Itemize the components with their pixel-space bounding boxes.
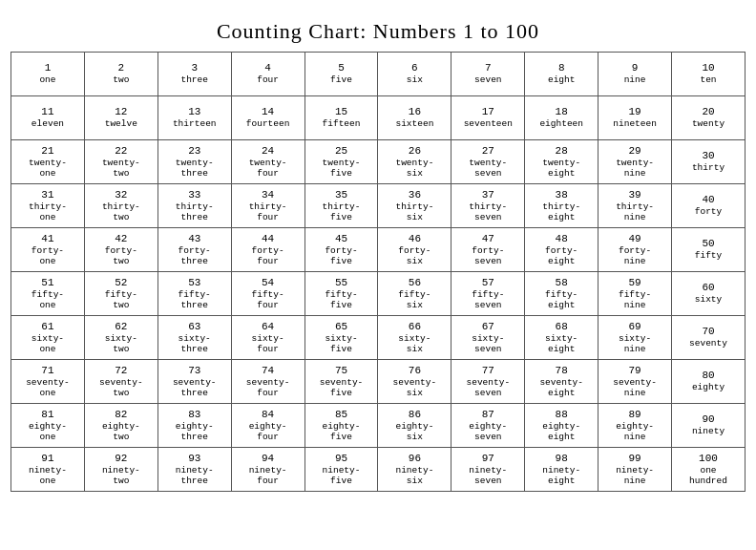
table-cell-60: 60sixty [672, 272, 746, 316]
table-cell-80: 80eighty [672, 360, 746, 404]
table-cell-71: 71seventy-one [11, 360, 85, 404]
table-cell-54: 54fifty-four [231, 272, 304, 316]
table-cell-24: 24twenty-four [231, 140, 304, 184]
table-cell-62: 62sixty-two [84, 316, 158, 360]
table-cell-19: 19nineteen [598, 96, 672, 140]
table-cell-31: 31thirty-one [11, 184, 85, 228]
table-cell-4: 4four [231, 53, 304, 96]
table-cell-28: 28twenty-eight [525, 140, 598, 184]
table-cell-92: 92ninety-two [84, 448, 158, 492]
table-cell-43: 43forty-three [158, 228, 231, 272]
table-cell-16: 16sixteen [378, 96, 452, 140]
table-cell-83: 83eighty-three [158, 404, 231, 448]
table-cell-22: 22twenty-two [84, 140, 158, 184]
table-cell-56: 56fifty-six [378, 272, 452, 316]
table-cell-14: 14fourteen [231, 96, 304, 140]
table-cell-67: 67sixty-seven [452, 316, 525, 360]
table-cell-55: 55fifty-five [304, 272, 378, 316]
table-cell-34: 34thirty-four [231, 184, 304, 228]
table-cell-27: 27twenty-seven [452, 140, 525, 184]
table-cell-1: 1one [11, 53, 85, 96]
table-cell-99: 99ninety-nine [598, 448, 672, 492]
table-cell-25: 25twenty-five [304, 140, 378, 184]
table-cell-46: 46forty-six [378, 228, 452, 272]
table-cell-53: 53fifty-three [158, 272, 231, 316]
table-cell-86: 86eighty-six [378, 404, 452, 448]
table-cell-98: 98ninety-eight [525, 448, 598, 492]
table-cell-76: 76seventy-six [378, 360, 452, 404]
page-title: Counting Chart: Numbers 1 to 100 [217, 19, 539, 44]
table-cell-72: 72seventy-two [84, 360, 158, 404]
table-cell-39: 39thirty-nine [598, 184, 672, 228]
table-cell-82: 82eighty-two [84, 404, 158, 448]
table-cell-21: 21twenty-one [11, 140, 85, 184]
table-cell-18: 18eighteen [525, 96, 598, 140]
table-cell-23: 23twenty-three [158, 140, 231, 184]
table-cell-40: 40forty [672, 184, 746, 228]
table-cell-7: 7seven [452, 53, 525, 96]
table-cell-70: 70seventy [672, 316, 746, 360]
table-cell-15: 15fifteen [304, 96, 378, 140]
table-cell-91: 91ninety-one [11, 448, 85, 492]
table-cell-93: 93ninety-three [158, 448, 231, 492]
table-cell-9: 9nine [598, 53, 672, 96]
table-cell-3: 3three [158, 53, 231, 96]
table-cell-17: 17seventeen [452, 96, 525, 140]
table-cell-68: 68sixty-eight [525, 316, 598, 360]
table-cell-81: 81eighty-one [11, 404, 85, 448]
table-cell-66: 66sixty-six [378, 316, 452, 360]
table-cell-97: 97ninety-seven [452, 448, 525, 492]
table-cell-47: 47forty-seven [452, 228, 525, 272]
table-cell-33: 33thirty-three [158, 184, 231, 228]
table-cell-36: 36thirty-six [378, 184, 452, 228]
table-cell-8: 8eight [525, 53, 598, 96]
table-cell-78: 78seventy-eight [525, 360, 598, 404]
table-cell-88: 88eighty-eight [525, 404, 598, 448]
table-cell-11: 11eleven [11, 96, 85, 140]
table-cell-96: 96ninety-six [378, 448, 452, 492]
table-cell-90: 90ninety [672, 404, 746, 448]
table-cell-38: 38thirty-eight [525, 184, 598, 228]
table-cell-13: 13thirteen [158, 96, 231, 140]
table-cell-94: 94ninety-four [231, 448, 304, 492]
table-cell-75: 75seventy-five [304, 360, 378, 404]
table-cell-44: 44forty-four [231, 228, 304, 272]
table-cell-69: 69sixty-nine [598, 316, 672, 360]
table-cell-2: 2two [84, 53, 158, 96]
table-cell-52: 52fifty-two [84, 272, 158, 316]
table-cell-77: 77seventy-seven [452, 360, 525, 404]
table-cell-95: 95ninety-five [304, 448, 378, 492]
table-cell-63: 63sixty-three [158, 316, 231, 360]
table-cell-61: 61sixty-one [11, 316, 85, 360]
table-cell-10: 10ten [672, 53, 746, 96]
table-cell-26: 26twenty-six [378, 140, 452, 184]
table-cell-65: 65sixty-five [304, 316, 378, 360]
table-cell-32: 32thirty-two [84, 184, 158, 228]
table-cell-64: 64sixty-four [231, 316, 304, 360]
table-cell-12: 12twelve [84, 96, 158, 140]
table-cell-89: 89eighty-nine [598, 404, 672, 448]
table-cell-29: 29twenty-nine [598, 140, 672, 184]
table-cell-84: 84eighty-four [231, 404, 304, 448]
table-cell-79: 79seventy-nine [598, 360, 672, 404]
table-cell-35: 35thirty-five [304, 184, 378, 228]
table-cell-37: 37thirty-seven [452, 184, 525, 228]
table-cell-73: 73seventy-three [158, 360, 231, 404]
counting-table: 1one2two3three4four5five6six7seven8eight… [10, 52, 746, 492]
table-cell-5: 5five [304, 53, 378, 96]
table-cell-30: 30thirty [672, 140, 746, 184]
table-cell-85: 85eighty-five [304, 404, 378, 448]
table-cell-20: 20twenty [672, 96, 746, 140]
table-cell-74: 74seventy-four [231, 360, 304, 404]
table-cell-41: 41forty-one [11, 228, 85, 272]
table-cell-51: 51fifty-one [11, 272, 85, 316]
table-cell-6: 6six [378, 53, 452, 96]
table-cell-100: 100onehundred [672, 448, 746, 492]
table-cell-50: 50fifty [672, 228, 746, 272]
table-cell-45: 45forty-five [304, 228, 378, 272]
table-cell-49: 49forty-nine [598, 228, 672, 272]
table-cell-58: 58fifty-eight [525, 272, 598, 316]
table-cell-57: 57fifty-seven [452, 272, 525, 316]
table-cell-42: 42forty-two [84, 228, 158, 272]
table-cell-48: 48forty-eight [525, 228, 598, 272]
